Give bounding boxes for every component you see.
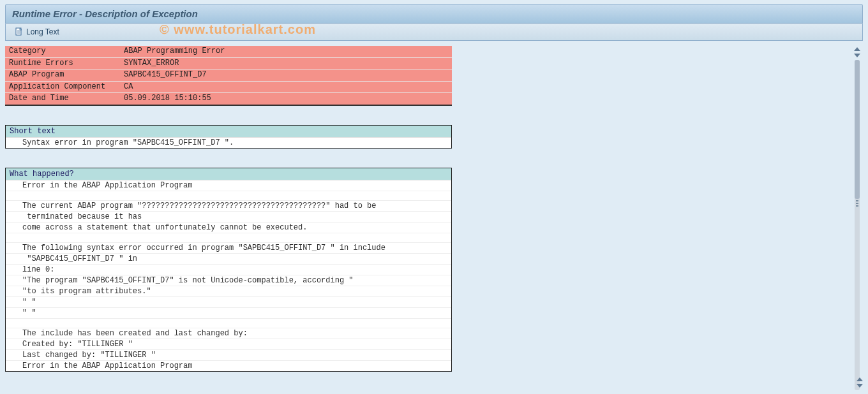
text-line: Error in the ABAP Application Program <box>6 180 451 191</box>
table-row: Runtime ErrorsSYNTAX_ERROR <box>5 57 452 69</box>
table-row: Application ComponentCA <box>5 81 452 93</box>
title-bar: Runtime Error - Description of Exception <box>5 4 863 24</box>
document-icon <box>15 27 24 36</box>
text-line <box>6 319 451 328</box>
table-row: CategoryABAP Programming Error <box>5 46 452 57</box>
what-happened-header: What happened? <box>6 168 451 180</box>
scroll-down-arrow-icon[interactable] <box>857 384 863 388</box>
toolbar: Long Text <box>5 24 863 41</box>
scrollbar-thumb[interactable] <box>855 60 860 199</box>
text-line: terminated because it has <box>6 212 451 223</box>
long-text-label: Long Text <box>26 27 59 36</box>
info-value: ABAP Programming Error <box>120 46 452 57</box>
text-line: "SAPBC415_OFFINT_D7 " in <box>6 254 451 265</box>
text-line: Last changed by: "TILLINGER " <box>6 350 451 361</box>
info-label: Category <box>5 46 120 57</box>
text-line: " " <box>6 297 451 308</box>
scrollbar-track[interactable] <box>855 60 860 390</box>
info-value: CA <box>120 81 452 93</box>
info-label: Date and Time <box>5 93 120 105</box>
error-info-table: CategoryABAP Programming ErrorRuntime Er… <box>5 46 452 106</box>
info-value: SYNTAX_ERROR <box>120 57 452 69</box>
table-row: Date and Time05.09.2018 15:10:55 <box>5 93 452 105</box>
scroll-up-arrow-icon[interactable] <box>857 377 863 381</box>
text-line: line 0: <box>6 265 451 275</box>
text-line: "The program "SAPBC415_OFFINT_D7" is not… <box>6 275 451 286</box>
text-line: " " <box>6 308 451 319</box>
text-line <box>6 233 451 243</box>
text-line: The current ABAP program "??????????????… <box>6 201 451 212</box>
text-line: Syntax error in program "SAPBC415_OFFINT… <box>6 138 451 148</box>
content-area: CategoryABAP Programming ErrorRuntime Er… <box>5 46 863 372</box>
scroll-down-arrow-icon[interactable] <box>854 54 860 57</box>
page-title: Runtime Error - Description of Exception <box>12 8 198 19</box>
what-happened-panel: What happened? Error in the ABAP Applica… <box>5 168 452 372</box>
scroll-up-arrow-icon[interactable] <box>854 47 860 51</box>
text-line: Created by: "TILLINGER " <box>6 339 451 350</box>
info-value: 05.09.2018 15:10:55 <box>120 93 452 105</box>
long-text-button[interactable]: Long Text <box>11 26 63 38</box>
text-line: The include has been created and last ch… <box>6 328 451 339</box>
info-label: Application Component <box>5 81 120 93</box>
text-line: "to its program attributes." <box>6 286 451 297</box>
short-text-panel: Short text Syntax error in program "SAPB… <box>5 125 452 149</box>
info-value: SAPBC415_OFFINT_D7 <box>120 69 452 82</box>
text-line: come across a statement that unfortunate… <box>6 223 451 233</box>
info-label: ABAP Program <box>5 69 120 82</box>
table-row: ABAP ProgramSAPBC415_OFFINT_D7 <box>5 69 452 82</box>
text-line: Error in the ABAP Application Program <box>6 361 451 371</box>
info-label: Runtime Errors <box>5 57 120 69</box>
text-line: The following syntax error occurred in p… <box>6 243 451 254</box>
vertical-scrollbar[interactable] <box>851 47 863 393</box>
short-text-header: Short text <box>6 126 451 138</box>
scrollbar-grip-icon <box>856 199 858 210</box>
scroll-lower-arrows <box>857 377 863 388</box>
text-line <box>6 191 451 201</box>
